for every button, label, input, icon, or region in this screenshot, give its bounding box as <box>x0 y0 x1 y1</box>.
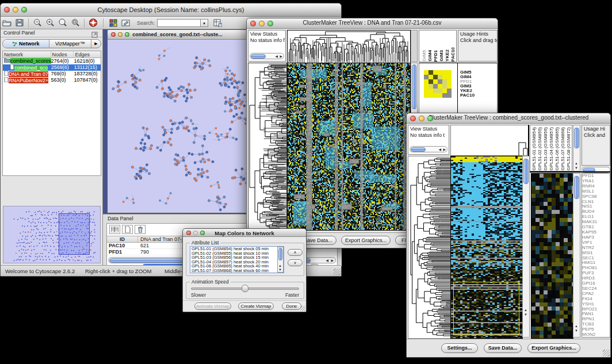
column-label[interactable]: GPL51-03 (GSM856) <box>543 127 549 171</box>
move-up-button[interactable]: ∧ <box>288 249 303 256</box>
tv2-row-dendrogram[interactable] <box>408 156 451 339</box>
zoom-button[interactable] <box>21 7 27 13</box>
gene-label[interactable]: MON2 <box>582 332 610 338</box>
resize-grip[interactable] <box>300 306 305 311</box>
search-dropdown-arrow[interactable]: ▼ <box>201 19 208 27</box>
network-row[interactable]: DNA and Tran 07 769(0) 183728(0) <box>3 71 101 77</box>
tab-vizmapper[interactable]: VizMapper™ <box>49 40 91 48</box>
tv2-labels-vscrollbar[interactable]: ▲▼ <box>573 125 580 171</box>
scroll-left-icon[interactable]: ◀ <box>438 147 441 152</box>
open-session-icon[interactable] <box>1 18 13 28</box>
vizmap-nodes-icon[interactable] <box>107 18 120 28</box>
minimize-button[interactable] <box>13 7 18 13</box>
network-view-titlebar[interactable]: combined_scores_good.txt--cluste... <box>108 30 247 40</box>
close-button[interactable] <box>186 231 191 235</box>
network-row[interactable]: combined_scores 2764(0) 16218(0) <box>3 58 101 64</box>
close-button[interactable] <box>410 116 416 121</box>
tab-more-arrow[interactable]: ▶ <box>91 40 101 48</box>
zoom-button[interactable] <box>125 32 129 37</box>
scroll-down-icon[interactable]: ▼ <box>575 329 578 332</box>
scrollbar-thumb[interactable] <box>574 128 579 148</box>
settings-button[interactable]: Settings... <box>441 343 478 353</box>
export-graphics-button[interactable]: Export Graphics... <box>527 343 580 353</box>
tv2-status-hscrollbar[interactable]: ◀▶ <box>410 146 447 152</box>
dialog-titlebar[interactable]: Map Colors to Network <box>183 229 306 237</box>
import-table-icon[interactable] <box>211 18 224 28</box>
network-canvas[interactable] <box>108 40 247 213</box>
tv1-row-dendrogram[interactable] <box>248 63 287 231</box>
scroll-up-icon[interactable]: ▲ <box>278 264 282 267</box>
column-label[interactable]: GPL51-06 (GSM865) <box>554 127 560 171</box>
network-row[interactable]: combined_sco 2569(6) 13112(15) <box>3 64 101 71</box>
gene-label[interactable]: PAC10 <box>460 93 497 98</box>
birdseye-viewport-rect[interactable] <box>59 213 90 255</box>
scroll-up-icon[interactable]: ▲ <box>575 162 578 165</box>
zoom-button[interactable] <box>200 231 205 235</box>
column-label[interactable]: GIM5 <box>422 50 427 62</box>
tv1-column-dendrogram[interactable] <box>287 30 411 63</box>
speed-slider-thumb[interactable] <box>242 285 248 292</box>
scrollbar-thumb[interactable] <box>523 159 529 184</box>
close-button[interactable] <box>4 7 10 13</box>
zoom-fit-icon[interactable] <box>69 18 82 28</box>
tv2-heatmap[interactable] <box>450 156 523 339</box>
column-label[interactable]: GPL51-01 (GSM854) <box>531 127 537 171</box>
scroll-down-icon[interactable]: ▼ <box>524 313 527 316</box>
birdseye-view[interactable] <box>3 206 101 263</box>
scroll-right-icon[interactable]: ▶ <box>280 54 282 59</box>
delete-attribute-icon[interactable] <box>135 225 146 234</box>
scroll-left-icon[interactable]: ◀ <box>326 258 328 263</box>
attribute-list-vscrollbar[interactable]: ▲▼ <box>277 247 284 273</box>
close-button[interactable] <box>250 21 256 26</box>
scroll-down-icon[interactable]: ▼ <box>575 166 578 170</box>
tv2-secondary-vscrollbar[interactable]: ▲▼ <box>573 173 580 338</box>
minimize-button[interactable] <box>193 231 198 235</box>
new-attribute-icon[interactable] <box>122 225 133 234</box>
data-col-id[interactable]: ID <box>107 236 138 242</box>
tv2-secondary-heatmap[interactable] <box>531 173 573 339</box>
network-table-header[interactable]: Network Nodes Edges <box>3 51 101 58</box>
column-label[interactable]: PAC10 <box>450 47 456 62</box>
scrollbar-thumb[interactable] <box>412 64 416 109</box>
resize-grip[interactable] <box>603 350 610 357</box>
scroll-right-icon[interactable]: ▶ <box>331 258 334 263</box>
column-label[interactable]: GIM4 <box>427 50 433 62</box>
scrollbar-thumb[interactable] <box>411 147 426 152</box>
scroll-down-icon[interactable]: ▼ <box>278 268 282 271</box>
done-button[interactable]: Done <box>282 302 301 310</box>
zoom-button[interactable] <box>427 116 433 121</box>
zoom-selected-icon[interactable] <box>56 18 69 28</box>
treeview1-titlebar[interactable]: ClusterMaker TreeView : DNA and Tran 07-… <box>247 18 498 29</box>
minimize-button[interactable] <box>118 32 123 37</box>
attribute-item[interactable]: GPL51-07 (GSM868) heat shock 60 min <box>190 269 284 273</box>
save-data-button[interactable]: Save Data... <box>484 343 522 353</box>
tv2-vscrollbar[interactable]: ▲▼ <box>522 156 530 338</box>
column-label[interactable]: PFD1 <box>433 50 439 62</box>
close-button[interactable] <box>111 32 116 37</box>
resize-grip[interactable] <box>334 269 341 275</box>
column-label[interactable]: YKE2 <box>445 49 450 62</box>
scroll-left-icon[interactable]: ◀ <box>275 54 278 59</box>
column-label[interactable]: GPL51-08 (GSM872) <box>566 127 572 171</box>
scroll-up-icon[interactable]: ▲ <box>575 324 578 328</box>
export-graphics-button[interactable]: Export Graphics... <box>341 236 391 245</box>
create-vizmap-button[interactable]: Create Vizmap <box>238 302 274 310</box>
tv1-heatmap[interactable] <box>287 63 411 231</box>
column-label[interactable]: GPL51-04 (GSM857) <box>549 127 554 171</box>
table-mode-icon[interactable] <box>109 225 120 234</box>
zoom-button[interactable] <box>267 21 273 26</box>
move-down-button[interactable]: ∨ <box>288 259 303 266</box>
help-icon[interactable] <box>87 18 100 28</box>
scrollbar-thumb[interactable] <box>278 248 282 260</box>
tv1-correlation-heatmap[interactable] <box>424 70 452 98</box>
annotation-icon[interactable] <box>120 18 132 28</box>
tv2-column-dendrogram[interactable] <box>450 125 529 156</box>
column-label[interactable]: GIM3 <box>439 50 445 62</box>
minimize-button[interactable] <box>259 21 265 26</box>
scrollbar-thumb[interactable] <box>251 54 266 59</box>
scrollbar-thumb[interactable] <box>574 176 579 199</box>
scroll-right-icon[interactable]: ▶ <box>443 147 446 152</box>
animate-vizmap-button[interactable]: Animate Vizmap <box>194 302 231 310</box>
minimize-button[interactable] <box>419 116 424 121</box>
main-titlebar[interactable]: Cytoscape Desktop (Session Name: collins… <box>1 3 341 17</box>
